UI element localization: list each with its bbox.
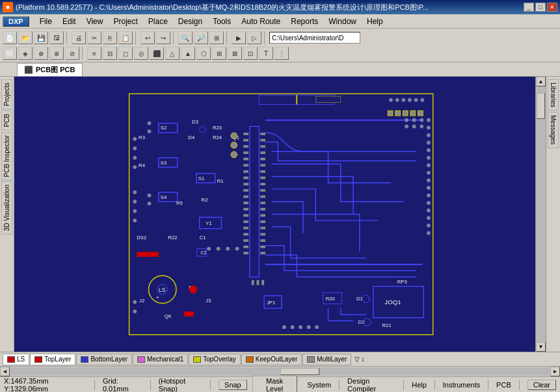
layer-ls-label: LS [17, 356, 25, 363]
layer-bottom-label: BottomLayer [90, 356, 127, 363]
path-input[interactable] [269, 32, 360, 44]
svg-text:J3: J3 [206, 298, 211, 304]
scroll-thumb[interactable] [537, 93, 545, 119]
tb2-1[interactable]: ⬜ [3, 47, 17, 60]
tb2-7[interactable]: ⊟ [103, 47, 117, 60]
tb-paste[interactable]: 📋 [118, 31, 133, 44]
svg-text:C2: C2 [201, 250, 207, 255]
menu-autoroute[interactable]: Auto Route [236, 16, 286, 27]
sidebar-item-3d[interactable]: 3D Visualization [1, 181, 12, 235]
dxp-button[interactable]: DXP [3, 16, 29, 27]
svg-rect-155 [418, 111, 423, 116]
tb-save-all[interactable]: 🖫 [49, 31, 64, 44]
svg-point-135 [217, 247, 220, 251]
svg-point-139 [412, 118, 416, 122]
coordinates-section: X:1467.35mm Y:1329.06mm [4, 377, 87, 393]
tb2-2[interactable]: ◈ [18, 47, 33, 60]
tb-print[interactable]: 🖨 [72, 31, 86, 44]
maximize-button[interactable]: □ [535, 3, 546, 12]
tb-save[interactable]: 💾 [34, 31, 48, 44]
tb-zoom-in[interactable]: 🔍 [178, 31, 193, 44]
tb2-6[interactable]: ≡ [87, 47, 101, 60]
tb2-8[interactable]: ◻ [118, 47, 133, 60]
menu-design[interactable]: Design [173, 16, 207, 27]
vertical-scrollbar: ▲ ▼ [535, 77, 546, 352]
layer-tab-toplayer[interactable]: TopLayer [30, 354, 75, 365]
layer-tab-topoverlay[interactable]: TopOverlay [189, 354, 241, 365]
pcb-label: PCB [496, 381, 511, 389]
tb2-14[interactable]: ⊞ [212, 47, 226, 60]
scroll-up-button[interactable]: ▲ [536, 77, 546, 86]
tb2-9[interactable]: ◎ [134, 47, 148, 60]
menu-place[interactable]: Place [143, 16, 173, 27]
sidebar-item-pcb[interactable]: PCB [1, 111, 12, 131]
tb-run[interactable]: ▷ [247, 31, 261, 44]
scroll-track[interactable] [536, 86, 546, 342]
menu-reports[interactable]: Reports [286, 16, 323, 27]
tb-redo[interactable]: ↪ [156, 31, 170, 44]
svg-point-138 [405, 118, 408, 122]
sidebar-item-libraries[interactable]: Libraries [548, 79, 559, 111]
menu-project[interactable]: Project [108, 16, 142, 27]
snap-button[interactable]: Snap [219, 380, 247, 390]
tb2-16[interactable]: ⊡ [243, 47, 258, 60]
scroll-down-button[interactable]: ▼ [536, 342, 546, 352]
svg-text:R20: R20 [326, 296, 335, 302]
svg-point-147 [307, 325, 311, 329]
scroll-right-button[interactable]: ► [550, 367, 560, 376]
tb2-18[interactable]: ⋮ [274, 47, 289, 60]
layer-tab-bottomlayer[interactable]: BottomLayer [76, 354, 132, 365]
tb-compile[interactable]: ▶ [232, 31, 246, 44]
coordinates-text: X:1467.35mm Y:1329.06mm [4, 377, 87, 393]
pcb-tab[interactable]: ⬛ PCB图 PCB [17, 63, 83, 76]
compiler-label: Design Compiler [347, 377, 395, 393]
tb-copy[interactable]: ⎘ [103, 31, 117, 44]
sidebar-item-messages[interactable]: Messages [548, 112, 559, 148]
system-section: System [308, 381, 332, 389]
svg-rect-38 [243, 196, 248, 198]
svg-point-15 [427, 148, 431, 152]
tb-open[interactable]: 📂 [18, 31, 33, 44]
tb2-10[interactable]: ⬛ [150, 47, 164, 60]
tb-cut[interactable]: ✂ [87, 31, 101, 44]
scroll-left-button[interactable]: ◄ [0, 367, 10, 376]
tb-new[interactable]: 📄 [3, 31, 17, 44]
layer-tab-mechanical1[interactable]: Mechanical1 [133, 354, 188, 365]
layer-tab-multilayer[interactable]: MultiLayer [302, 354, 351, 365]
svg-point-6 [395, 98, 399, 102]
layer-keepout-color [246, 356, 254, 363]
tb2-13[interactable]: ⬡ [196, 47, 211, 60]
svg-point-21 [427, 194, 431, 198]
tb-zoom-out[interactable]: 🔎 [194, 31, 208, 44]
clear-button[interactable]: Clear [527, 380, 556, 390]
svg-point-146 [299, 325, 302, 329]
sidebar-item-pcb-inspector[interactable]: PCB Inspector [1, 132, 12, 180]
minimize-button[interactable]: _ [524, 3, 534, 12]
tb2-5[interactable]: ⊘ [65, 47, 79, 60]
tb2-4[interactable]: ⊗ [49, 47, 64, 60]
help-section: Help [412, 381, 427, 389]
tb-undo[interactable]: ↩ [140, 31, 155, 44]
menu-view[interactable]: View [81, 16, 109, 27]
sidebar-item-projects[interactable]: Projects [1, 79, 12, 109]
tb2-11[interactable]: △ [165, 47, 180, 60]
tb2-15[interactable]: ⊠ [228, 47, 242, 60]
hscroll-track[interactable] [10, 367, 550, 376]
tb2-3[interactable]: ⊕ [34, 47, 48, 60]
layer-tab-ls[interactable]: LS [3, 354, 29, 365]
close-button[interactable]: ✕ [547, 3, 557, 12]
menu-edit[interactable]: Edit [57, 16, 81, 27]
svg-point-12 [427, 125, 431, 129]
tb2-12[interactable]: ▲ [181, 47, 195, 60]
hscroll-thumb[interactable] [280, 368, 319, 375]
tb2-17[interactable]: T [259, 47, 273, 60]
svg-rect-57 [260, 189, 265, 192]
menu-window[interactable]: Window [323, 16, 362, 27]
menu-tools[interactable]: Tools [207, 16, 236, 27]
menu-file[interactable]: File [34, 16, 57, 27]
tb-fit[interactable]: ⊞ [209, 31, 224, 44]
statusbar: X:1467.35mm Y:1329.06mm Grid: 0.01mm (Ho… [0, 376, 560, 392]
menu-help[interactable]: Help [362, 16, 388, 27]
mask-level-button[interactable]: Mask Level [252, 376, 297, 393]
layer-tab-keepout[interactable]: KeepOutLayer [241, 354, 302, 365]
